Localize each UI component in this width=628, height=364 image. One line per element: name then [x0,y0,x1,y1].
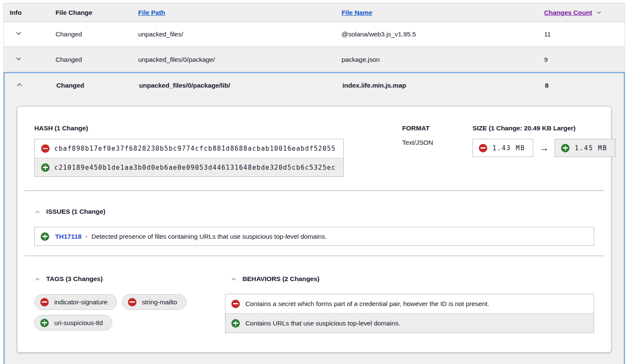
size-added-box: 1.45 MB [555,139,615,157]
tag-label: string-mailto [142,298,177,306]
plus-circle-icon [41,232,49,241]
file-path-cell: unpacked_files/ [138,30,342,38]
tag-pill: uri-suspicious-tld [34,315,112,331]
table-header-row: Info File Change File Path File Name Cha… [3,3,625,22]
minus-circle-icon [40,298,49,306]
file-change-cell: Changed [56,82,139,89]
hash-section: HASH (1 Change) cbaf898b17ef0e37f6828230… [34,124,344,177]
chevron-up-icon[interactable] [34,276,41,282]
table-row[interactable]: Changed unpacked_files/ @solana/web3.js_… [3,22,625,47]
tags-section: TAGS (3 Changes) indicator-signature str… [34,256,225,333]
behaviors-section-title: BEHAVIORS (2 Changes) [242,275,320,283]
chevron-down-icon[interactable] [15,30,22,37]
plus-circle-icon [231,319,240,328]
issue-description: Detected presence of files containing UR… [92,233,327,240]
behavior-text: Contains a secret which forms part of a … [245,300,489,308]
format-value: Text/JSON [402,139,472,146]
plus-circle-icon [561,144,570,152]
hash-section-title: HASH (1 Change) [34,124,344,132]
arrow-right-icon: → [539,143,549,153]
behavior-added-row: Contains URLs that use suspicious top-le… [225,313,594,333]
hash-added-row: c210189e450b1de1aa3b0d0eb6ae0e09053d4461… [35,158,343,176]
change-detail-card: HASH (1 Change) cbaf898b17ef0e37f6828230… [17,106,611,353]
format-section-title: FORMAT [402,124,472,132]
chevron-down-icon[interactable] [15,55,22,63]
file-name-cell: index.iife.min.js.map [342,82,539,89]
changes-count-cell: 8 [539,82,624,89]
col-header-info: Info [4,9,56,17]
size-section: SIZE (1 Change: 20.49 KB Larger) 1.43 MB… [472,124,615,177]
issue-id-link[interactable]: TH17118 [55,233,81,240]
behavior-removed-row: Contains a secret which forms part of a … [225,294,594,313]
hash-added-value: c210189e450b1de1aa3b0d0eb6ae0e09053d4461… [54,164,336,171]
size-section-title: SIZE (1 Change: 20.49 KB Larger) [472,124,615,132]
chevron-up-icon[interactable] [16,81,23,88]
issue-row: TH17118 - Detected presence of files con… [34,227,594,246]
issue-separator: - [85,233,87,240]
tag-pill: indicator-signature [34,294,117,310]
file-changes-table: Info File Change File Path File Name Cha… [3,3,625,364]
changes-count-cell: 11 [539,30,625,38]
table-row-expanded[interactable]: Changed unpacked_files/0/package/lib/ in… [5,73,624,98]
tag-label: uri-suspicious-tld [54,319,103,327]
hash-diff-box: cbaf898b17ef0e37f6828230b5bc9774cfcb881d… [34,139,344,177]
behaviors-section-header: BEHAVIORS (2 Changes) [225,275,594,283]
tag-label: indicator-signature [54,298,108,306]
minus-circle-icon [479,144,487,152]
file-change-cell: Changed [56,30,138,38]
hash-removed-row: cbaf898b17ef0e37f6828230b5bc9774cfcb881d… [35,139,343,158]
file-path-cell: unpacked_files/0/package/lib/ [139,82,342,89]
behaviors-diff-box: Contains a secret which forms part of a … [225,294,594,333]
minus-circle-icon [128,298,136,306]
plus-circle-icon [40,319,49,327]
table-row[interactable]: Changed unpacked_files/0/package/ packag… [3,47,625,72]
expanded-row-group: Changed unpacked_files/0/package/lib/ in… [3,72,625,364]
sort-chevron-down-icon[interactable] [596,9,602,16]
file-name-cell: @solana/web3.js_v1.95.5 [342,30,539,38]
size-removed-value: 1.43 MB [492,144,525,152]
size-removed-box: 1.43 MB [472,139,533,157]
tags-section-title: TAGS (3 Changes) [46,275,103,283]
chevron-up-icon[interactable] [231,276,237,282]
col-header-file-path[interactable]: File Path [138,9,165,16]
minus-circle-icon [41,144,50,153]
behavior-text: Contains URLs that use suspicious top-le… [245,320,400,327]
hash-removed-value: cbaf898b17ef0e37f6828230b5bc9774cfcb881d… [54,145,336,152]
plus-circle-icon [41,163,50,172]
issues-section-header: ISSUES (1 Change) [34,208,594,215]
changes-count-cell: 9 [539,56,625,63]
issues-section-title: ISSUES (1 Change) [46,208,106,215]
minus-circle-icon [231,300,240,308]
file-name-cell: package.json [342,56,539,63]
format-section: FORMAT Text/JSON [402,124,472,177]
file-path-cell: unpacked_files/0/package/ [138,56,342,63]
tag-pill: string-mailto [122,294,186,310]
chevron-up-icon[interactable] [34,209,41,215]
behaviors-section: BEHAVIORS (2 Changes) Contains a secret … [225,256,594,333]
section-divider [25,190,604,191]
col-header-file-name[interactable]: File Name [342,9,372,16]
tags-section-header: TAGS (3 Changes) [34,275,225,283]
col-header-file-change: File Change [56,9,138,17]
size-added-value: 1.45 MB [575,144,607,152]
col-header-changes-count[interactable]: Changes Count [544,9,592,17]
file-change-cell: Changed [56,56,138,63]
